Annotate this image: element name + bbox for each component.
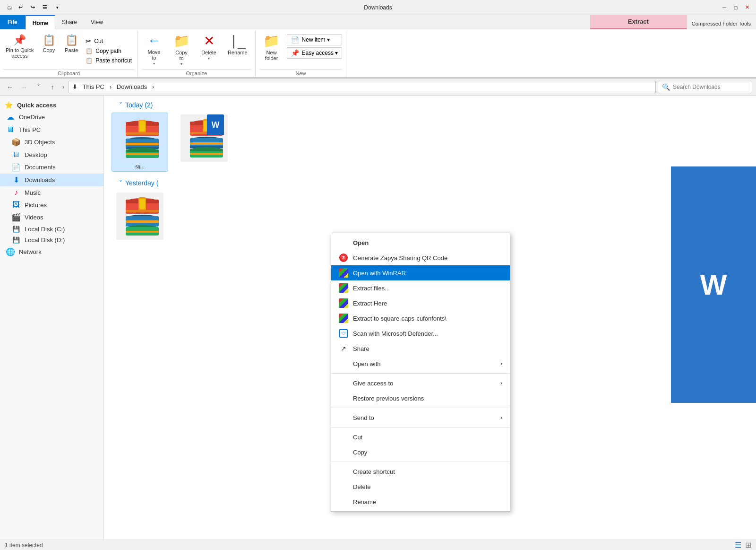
cm-share-label: Share xyxy=(353,345,369,352)
copy-path-btn[interactable]: 📋 Copy path xyxy=(83,47,135,55)
ribbon-group-clipboard: 📌 Pin to Quick access 📋 Copy 📋 Paste xyxy=(0,31,138,77)
redo-btn[interactable]: ↪ xyxy=(27,2,38,13)
cm-generate-zapya[interactable]: Z Generate Zapya Sharing QR Code xyxy=(331,250,510,265)
cm-sep-2 xyxy=(331,408,510,408)
pin-quick-access-btn[interactable]: 📌 Pin to Quick access xyxy=(3,31,36,68)
tab-file[interactable]: File xyxy=(0,15,26,29)
paste-shortcut-icon: 📋 xyxy=(86,57,93,64)
forward-btn[interactable]: → xyxy=(18,81,30,93)
sidebar-item-this-pc[interactable]: 🖥 This PC xyxy=(0,123,103,136)
cm-create-shortcut[interactable]: Create shortcut xyxy=(331,464,510,479)
cm-open[interactable]: Open xyxy=(331,235,510,250)
maximize-btn[interactable]: □ xyxy=(730,2,741,13)
view-list-icon[interactable]: ☰ xyxy=(735,541,741,550)
sidebar-item-documents[interactable]: 📄 Documents xyxy=(0,161,103,174)
recent-locations-btn[interactable]: ˅ xyxy=(32,81,44,93)
view-grid-icon[interactable]: ⊞ xyxy=(745,541,751,550)
cm-send-to[interactable]: Send to › xyxy=(331,410,510,425)
search-input[interactable] xyxy=(673,84,748,90)
address-path[interactable]: ⬇ This PC › Downloads › xyxy=(68,81,656,93)
cm-rename[interactable]: Rename xyxy=(331,494,510,509)
sidebar-item-pictures[interactable]: 🖼 Pictures xyxy=(0,199,103,211)
copy-to-icon: 📁 xyxy=(173,33,190,49)
sidebar-item-music[interactable]: ♪ Music xyxy=(0,186,103,199)
new-folder-icon: 📁 xyxy=(263,33,280,49)
tab-share[interactable]: Share xyxy=(55,15,84,29)
cm-open-with[interactable]: Open with › xyxy=(331,356,510,371)
local-disk-c-icon: 💾 xyxy=(11,226,21,233)
delete-btn[interactable]: ✕ Delete ▾ xyxy=(197,31,221,62)
cm-copy[interactable]: Copy xyxy=(331,445,510,460)
sidebar-item-quick-access[interactable]: ⭐ Quick access xyxy=(0,99,103,111)
sidebar-item-network[interactable]: 🌐 Network xyxy=(0,245,103,258)
sidebar-item-3d-objects[interactable]: 📦 3D Objects xyxy=(0,136,103,148)
path-text: ⬇ This PC › Downloads › xyxy=(72,83,154,90)
minimize-btn[interactable]: ─ xyxy=(719,2,730,13)
easy-access-btn[interactable]: 📌 Easy access ▾ xyxy=(287,47,343,59)
today-chevron-icon[interactable]: ˅ xyxy=(119,101,122,109)
copy-to-btn[interactable]: 📁 Copy to ▾ xyxy=(169,31,194,68)
cm-rename-icon xyxy=(339,497,348,506)
cm-open-winrar[interactable]: Open with WinRAR xyxy=(331,265,510,280)
cm-winrar-icon-3 xyxy=(339,298,348,308)
sidebar-item-local-disk-d[interactable]: 💾 Local Disk (D:) xyxy=(0,235,103,245)
cm-sep-1 xyxy=(331,373,510,374)
yesterday-section-title: ˅ Yesterday ( xyxy=(112,177,748,189)
move-to-btn[interactable]: ← Move to ▾ xyxy=(142,31,166,68)
sidebar-item-desktop[interactable]: 🖥 Desktop xyxy=(0,148,103,161)
new-item-btn[interactable]: 📄 New item ▾ xyxy=(287,34,343,45)
yesterday-chevron-icon[interactable]: ˅ xyxy=(119,179,122,187)
pin-icon: 📌 xyxy=(13,34,26,46)
sidebar-label-network: Network xyxy=(19,248,42,255)
copy-label: Copy xyxy=(43,47,55,53)
tab-home[interactable]: Home xyxy=(26,15,55,30)
ribbon-content: 📌 Pin to Quick access 📋 Copy 📋 Paste xyxy=(0,29,756,78)
sidebar-item-downloads[interactable]: ⬇ Downloads xyxy=(0,174,103,186)
file-item-yesterday-1[interactable] xyxy=(112,191,168,242)
file-item-2[interactable]: W xyxy=(176,113,232,172)
cm-extract-files[interactable]: Extract files... xyxy=(331,280,510,296)
svg-rect-26 xyxy=(190,149,223,151)
back-btn[interactable]: ← xyxy=(4,81,16,93)
cut-btn[interactable]: ✂ Cut xyxy=(83,36,135,46)
tab-view[interactable]: View xyxy=(84,15,110,29)
rename-btn[interactable]: |_ Rename xyxy=(224,31,251,57)
svg-rect-13 xyxy=(126,153,159,155)
copy-btn[interactable]: 📋 Copy xyxy=(38,31,59,68)
status-bar: 1 item selected ☰ ⊞ xyxy=(0,540,756,550)
cm-scan-defender[interactable]: 🛡 Scan with Microsoft Defender... xyxy=(331,326,510,341)
nav-arrow: › xyxy=(62,84,64,90)
close-btn[interactable]: ✕ xyxy=(742,2,752,13)
paste-btn[interactable]: 📋 Paste xyxy=(61,31,82,68)
context-menu: Open Z Generate Zapya Sharing QR Code Op… xyxy=(331,233,510,512)
network-icon: 🌐 xyxy=(6,247,15,256)
paste-shortcut-btn[interactable]: 📋 Paste shortcut xyxy=(83,56,135,65)
customize-qat-btn[interactable]: ▾ xyxy=(52,2,62,13)
sidebar-item-videos[interactable]: 🎬 Videos xyxy=(0,211,103,224)
undo-btn[interactable]: ↩ xyxy=(15,2,26,13)
tab-extract[interactable]: Extract xyxy=(590,15,687,29)
cm-share[interactable]: ↗ Share xyxy=(331,341,510,356)
cm-winrar-icon-2 xyxy=(339,283,348,293)
cm-give-access[interactable]: Give access to › xyxy=(331,375,510,391)
properties-qat-btn[interactable]: ☰ xyxy=(40,2,50,13)
cm-extract-here[interactable]: Extract Here xyxy=(331,296,510,311)
up-btn[interactable]: ↑ xyxy=(46,81,59,93)
svg-rect-4 xyxy=(139,121,145,131)
cm-delete[interactable]: Delete xyxy=(331,479,510,494)
sidebar-item-onedrive[interactable]: ☁ OneDrive xyxy=(0,111,103,123)
cm-restore-versions[interactable]: Restore previous versions xyxy=(331,391,510,406)
sidebar-label-3d-objects: 3D Objects xyxy=(25,139,55,146)
new-folder-btn[interactable]: 📁 New folder xyxy=(259,31,284,63)
cm-cut[interactable]: Cut xyxy=(331,429,510,445)
file-item-1[interactable]: sq... xyxy=(112,113,168,172)
documents-icon: 📄 xyxy=(11,163,21,172)
tab-compressed-folder-tools[interactable]: Compressed Folder Tools xyxy=(687,18,756,29)
app-icon: 🗂 xyxy=(6,4,13,11)
svg-rect-27 xyxy=(190,153,223,155)
yesterday-label: Yesterday ( xyxy=(125,179,158,187)
cm-extract-to[interactable]: Extract to square-caps-cufonfonts\ xyxy=(331,311,510,326)
clipboard-group-content: 📌 Pin to Quick access 📋 Copy 📋 Paste xyxy=(3,31,135,68)
sidebar-item-local-disk-c[interactable]: 💾 Local Disk (C:) xyxy=(0,224,103,235)
ribbon-tab-bar: File Home Share View Extract Compressed … xyxy=(0,15,756,29)
